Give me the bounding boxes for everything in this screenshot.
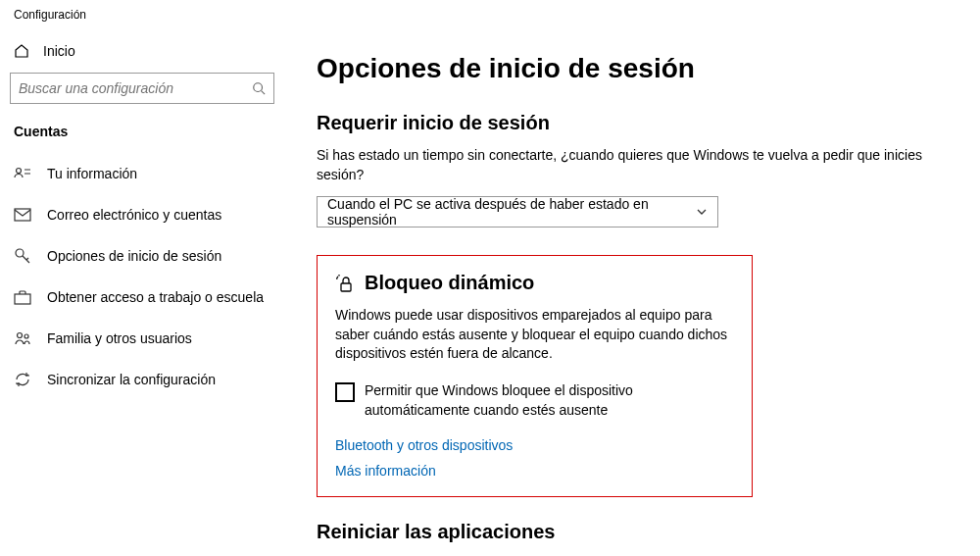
svg-point-1: [17, 169, 22, 174]
sidebar-item-label: Sincronizar la configuración: [47, 372, 216, 387]
sidebar-item-label: Tu información: [47, 166, 137, 181]
bluetooth-link[interactable]: Bluetooth y otros dispositivos: [335, 437, 734, 453]
sidebar-item-sync[interactable]: Sincronizar la configuración: [0, 359, 289, 400]
svg-rect-2: [15, 209, 30, 221]
key-icon: [14, 247, 31, 265]
dynamic-lock-heading: Bloqueo dinámico: [365, 272, 534, 294]
checkbox-box[interactable]: [335, 382, 355, 402]
chevron-down-icon: [696, 206, 708, 218]
sidebar: Inicio Cuentas Tu información: [0, 25, 289, 556]
home-button[interactable]: Inicio: [0, 33, 289, 69]
page-title: Opciones de inicio de sesión: [317, 53, 956, 84]
briefcase-icon: [14, 288, 31, 306]
people-icon: [14, 329, 31, 347]
sidebar-item-family[interactable]: Familia y otros usuarios: [0, 318, 289, 359]
sync-icon: [14, 371, 31, 388]
svg-point-0: [254, 83, 263, 92]
svg-point-3: [16, 249, 24, 257]
dynamic-lock-heading-row: Bloqueo dinámico: [335, 272, 734, 294]
more-info-link[interactable]: Más información: [335, 463, 734, 479]
sidebar-item-label: Obtener acceso a trabajo o escuela: [47, 289, 264, 305]
dynamic-lock-section: Bloqueo dinámico Windows puede usar disp…: [317, 255, 753, 497]
sidebar-item-signin-options[interactable]: Opciones de inicio de sesión: [0, 235, 289, 277]
main-content: Opciones de inicio de sesión Requerir in…: [289, 25, 980, 556]
dropdown-value: Cuando el PC se activa después de haber …: [327, 196, 696, 227]
svg-point-6: [24, 334, 28, 338]
require-signin-desc: Si has estado un tiempo sin conectarte, …: [317, 146, 924, 184]
dynamic-lock-icon: [335, 274, 355, 293]
sidebar-item-email[interactable]: Correo electrónico y cuentas: [0, 194, 289, 235]
svg-point-5: [18, 333, 23, 338]
dynamic-lock-desc: Windows puede usar dispositivos empareja…: [335, 306, 734, 364]
app-layout: Inicio Cuentas Tu información: [0, 25, 980, 556]
sidebar-item-your-info[interactable]: Tu información: [0, 153, 289, 194]
category-heading: Cuentas: [0, 114, 289, 153]
search-wrap: [0, 69, 289, 114]
dynamic-lock-checkbox[interactable]: Permitir que Windows bloquee el disposit…: [335, 381, 734, 420]
home-icon: [14, 43, 29, 59]
search-input[interactable]: [10, 73, 274, 104]
sidebar-item-label: Correo electrónico y cuentas: [47, 207, 221, 223]
require-signin-dropdown[interactable]: Cuando el PC se activa después de haber …: [317, 196, 718, 227]
sidebar-item-label: Familia y otros usuarios: [47, 330, 192, 346]
person-card-icon: [14, 165, 31, 182]
checkbox-label: Permitir que Windows bloquee el disposit…: [365, 381, 734, 420]
sidebar-item-label: Opciones de inicio de sesión: [47, 248, 221, 264]
window-title: Configuración: [0, 0, 980, 25]
require-signin-heading: Requerir inicio de sesión: [317, 112, 956, 134]
home-label: Inicio: [43, 43, 75, 59]
mail-icon: [14, 206, 31, 224]
sidebar-item-work-school[interactable]: Obtener acceso a trabajo o escuela: [0, 277, 289, 318]
restart-apps-heading: Reiniciar las aplicaciones: [317, 521, 956, 543]
search-icon: [252, 81, 266, 95]
svg-rect-4: [15, 294, 30, 304]
svg-rect-7: [341, 283, 351, 291]
search-field[interactable]: [19, 80, 246, 96]
